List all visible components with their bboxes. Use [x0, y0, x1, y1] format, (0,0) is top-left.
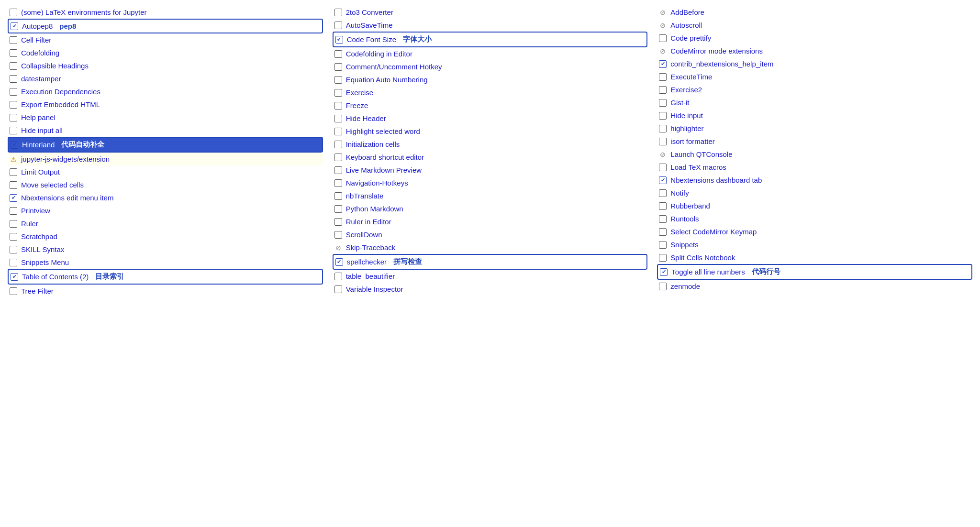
list-item-togglelinenumbers[interactable]: ✔Toggle all line numbers代码行号	[657, 264, 972, 280]
checkbox-loadtexmacros[interactable]	[659, 164, 667, 171]
list-item-scratchpad[interactable]: Scratchpad	[8, 230, 323, 243]
checkbox-pythonmarkdown[interactable]	[334, 205, 342, 213]
checkbox-runtools[interactable]	[659, 215, 667, 223]
checkbox-datestamper[interactable]	[10, 75, 17, 83]
list-item-contribnbext[interactable]: ✔contrib_nbextensions_help_item	[657, 57, 972, 70]
checkbox-skillsyntax[interactable]	[10, 246, 17, 253]
checkbox-scratchpad[interactable]	[10, 233, 17, 241]
checkbox-notify[interactable]	[659, 189, 667, 197]
list-item-runtools[interactable]: Runtools	[657, 212, 972, 225]
list-item-equationauto[interactable]: Equation Auto Numbering	[333, 73, 648, 86]
list-item-splitcells[interactable]: Split Cells Notebook	[657, 251, 972, 264]
checkbox-highlighter[interactable]	[659, 125, 667, 132]
list-item-highlightselected[interactable]: Highlight selected word	[333, 125, 648, 138]
list-item-hideinputall[interactable]: Hide input all	[8, 124, 323, 137]
list-item-launchqtconsole[interactable]: ⊘Launch QTConsole	[657, 148, 972, 161]
checkbox-navigationhotkeys[interactable]	[334, 179, 342, 187]
list-item-tablebeautifier[interactable]: table_beautifier	[333, 270, 648, 283]
checkbox-hideinput[interactable]	[659, 112, 667, 120]
list-item-treefilter[interactable]: Tree Filter	[8, 285, 323, 297]
list-item-skillsyntax[interactable]: SKILL Syntax	[8, 243, 323, 256]
list-item-keyboardshortcut[interactable]: Keyboard shortcut editor	[333, 151, 648, 164]
checkbox-printview[interactable]	[10, 207, 17, 215]
list-item-navigationhotkeys[interactable]: Navigation-Hotkeys	[333, 176, 648, 189]
list-item-rulereditor[interactable]: Ruler in Editor	[333, 215, 648, 228]
list-item-snippets[interactable]: Snippets	[657, 238, 972, 251]
list-item-printview[interactable]: Printview	[8, 204, 323, 217]
list-item-autosavetime[interactable]: AutoSaveTime	[333, 19, 648, 32]
checkbox-livemarkdown[interactable]	[334, 166, 342, 174]
checkbox-codefontsize[interactable]: ✔	[335, 36, 343, 44]
checkbox-moveselectedcells[interactable]	[10, 181, 17, 189]
checkbox-freeze[interactable]	[334, 102, 342, 110]
list-item-ruler[interactable]: Ruler	[8, 217, 323, 230]
checkbox-codeprettify[interactable]	[659, 34, 667, 42]
checkbox-hinterland[interactable]: ✔	[11, 141, 18, 149]
checkbox-2to3[interactable]	[334, 9, 342, 16]
list-item-exercise2[interactable]: Exercise2	[657, 83, 972, 96]
checkbox-launchqtconsole[interactable]: ⊘	[659, 151, 667, 158]
list-item-selectcodemirror[interactable]: Select CodeMirror Keymap	[657, 225, 972, 238]
list-item-exportembeddedhtml[interactable]: Export Embedded HTML	[8, 98, 323, 111]
checkbox-commentuncomment[interactable]	[334, 63, 342, 71]
checkbox-hideheader[interactable]	[334, 115, 342, 122]
checkbox-cellfilter[interactable]	[10, 36, 17, 44]
checkbox-autopep8[interactable]: ✔	[11, 22, 18, 30]
list-item-highlighter[interactable]: highlighter	[657, 122, 972, 135]
checkbox-selectcodemirror[interactable]	[659, 228, 667, 236]
list-item-codemirrormode[interactable]: ⊘CodeMirror mode extensions	[657, 44, 972, 57]
list-item-executiondeps[interactable]: Execution Dependencies	[8, 85, 323, 98]
checkbox-latex[interactable]	[10, 9, 17, 16]
checkbox-rulereditor[interactable]	[334, 218, 342, 226]
list-item-pythonmarkdown[interactable]: Python Markdown	[333, 202, 648, 215]
checkbox-splitcells[interactable]	[659, 254, 667, 262]
list-item-codeprettify[interactable]: Code prettify	[657, 32, 972, 44]
checkbox-hideinputall[interactable]	[10, 127, 17, 134]
checkbox-helppanel[interactable]	[10, 114, 17, 121]
checkbox-initcells[interactable]	[334, 141, 342, 148]
list-item-snippetsmenu[interactable]: Snippets Menu	[8, 256, 323, 269]
checkbox-exportembeddedhtml[interactable]	[10, 101, 17, 109]
checkbox-codemirrormode[interactable]: ⊘	[659, 47, 667, 55]
list-item-jupyterjswidgets[interactable]: ⚠jupyter-js-widgets/extension	[8, 153, 323, 165]
checkbox-collapsibleheadings[interactable]	[10, 62, 17, 70]
list-item-scrolldown[interactable]: ScrollDown	[333, 228, 648, 241]
checkbox-scrolldown[interactable]	[334, 231, 342, 239]
checkbox-executetime[interactable]	[659, 73, 667, 81]
checkbox-snippets[interactable]	[659, 241, 667, 249]
checkbox-nbextdash[interactable]: ✔	[659, 176, 667, 184]
checkbox-spellchecker[interactable]: ✔	[335, 258, 343, 266]
checkbox-equationauto[interactable]	[334, 76, 342, 84]
checkbox-toc2[interactable]: ✔	[11, 273, 18, 281]
list-item-executetime[interactable]: ExecuteTime	[657, 70, 972, 83]
checkbox-autosavetime[interactable]	[334, 22, 342, 29]
list-item-hideheader[interactable]: Hide Header	[333, 112, 648, 125]
list-item-addbefore[interactable]: ⊘AddBefore	[657, 6, 972, 19]
list-item-rubberband[interactable]: Rubberband	[657, 199, 972, 212]
checkbox-tablebeautifier[interactable]	[334, 273, 342, 280]
checkbox-addbefore[interactable]: ⊘	[659, 9, 667, 16]
checkbox-gistit[interactable]	[659, 99, 667, 107]
list-item-exercise[interactable]: Exercise	[333, 86, 648, 99]
checkbox-treefilter[interactable]	[10, 287, 17, 295]
list-item-toc2[interactable]: ✔Table of Contents (2)目录索引	[8, 269, 323, 285]
checkbox-highlightselected[interactable]	[334, 128, 342, 135]
checkbox-skiptraceback[interactable]: ⊘	[334, 244, 342, 252]
checkbox-keyboardshortcut[interactable]	[334, 154, 342, 161]
list-item-variableinspector[interactable]: Variable Inspector	[333, 283, 648, 296]
list-item-helppanel[interactable]: Help panel	[8, 111, 323, 124]
list-item-gistit[interactable]: Gist-it	[657, 96, 972, 109]
checkbox-isortformatter[interactable]	[659, 138, 667, 145]
list-item-moveselectedcells[interactable]: Move selected cells	[8, 178, 323, 191]
checkbox-codefoldingeditor[interactable]	[334, 50, 342, 58]
list-item-cellfilter[interactable]: Cell Filter	[8, 33, 323, 46]
list-item-datestamper[interactable]: datestamper	[8, 72, 323, 85]
list-item-codefontsize[interactable]: ✔Code Font Size字体大小	[333, 32, 648, 47]
list-item-skiptraceback[interactable]: ⊘Skip-Traceback	[333, 241, 648, 254]
checkbox-nbtranslate[interactable]	[334, 192, 342, 200]
list-item-autopep8[interactable]: ✔Autopep8pep8	[8, 19, 323, 33]
checkbox-autoscroll[interactable]: ⊘	[659, 22, 667, 29]
list-item-initcells[interactable]: Initialization cells	[333, 138, 648, 151]
list-item-limitoutput[interactable]: Limit Output	[8, 165, 323, 178]
list-item-commentuncomment[interactable]: Comment/Uncomment Hotkey	[333, 60, 648, 73]
